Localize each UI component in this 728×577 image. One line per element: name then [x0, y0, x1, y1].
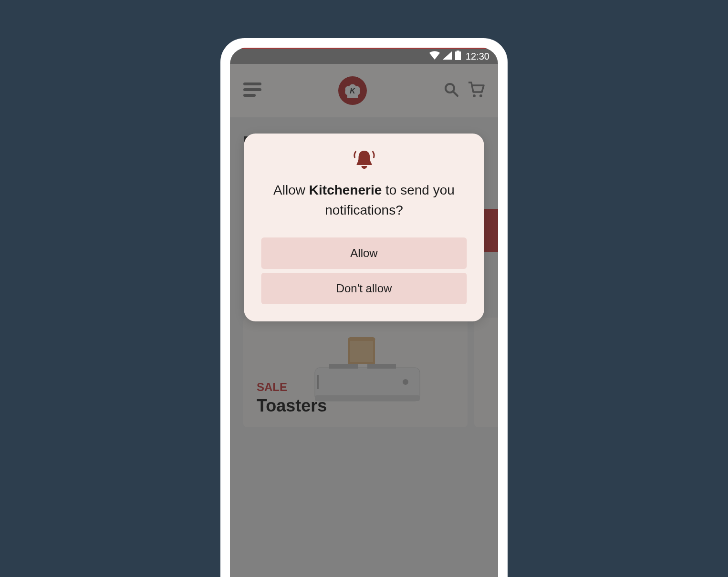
dialog-prompt: Allow Kitchenerie to send you notificati… [261, 180, 467, 220]
svg-rect-0 [457, 51, 459, 52]
dialog-prompt-pre: Allow [273, 183, 309, 197]
svg-rect-1 [455, 52, 461, 60]
notification-permission-dialog: Allow Kitchenerie to send you notificati… [244, 134, 484, 321]
phone-frame: 12:30 K [220, 38, 508, 577]
dialog-brand: Kitchenerie [309, 183, 382, 197]
signal-icon [443, 51, 452, 62]
deny-button[interactable]: Don't allow [261, 273, 467, 304]
phone-screen: 12:30 K [230, 48, 498, 577]
bell-ringing-icon [261, 149, 467, 170]
allow-button[interactable]: Allow [261, 237, 467, 269]
status-time: 12:30 [466, 51, 489, 62]
status-bar: 12:30 [230, 48, 498, 64]
battery-icon [455, 51, 461, 62]
wifi-icon [429, 51, 440, 62]
